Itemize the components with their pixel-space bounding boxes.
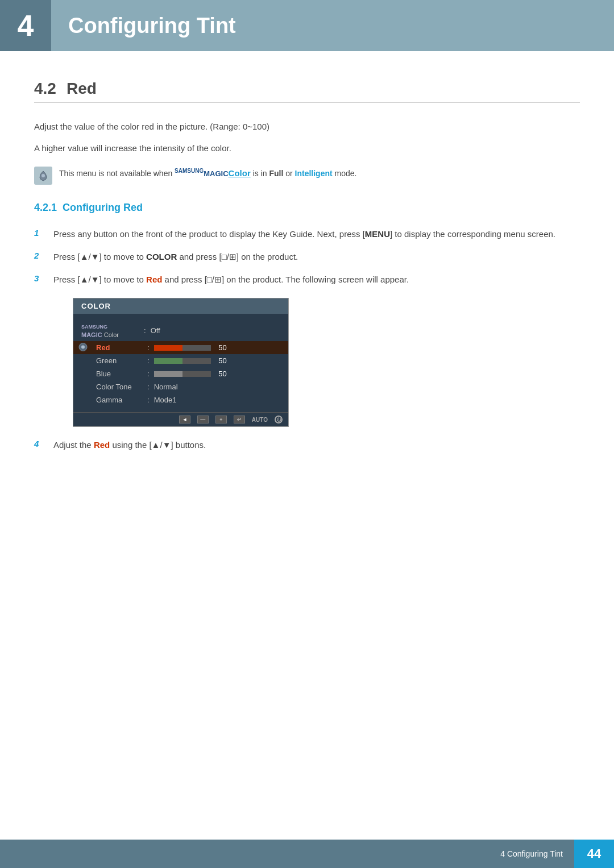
chapter-header: 4 Configuring Tint [0,0,614,51]
step-1-number: 1 [34,227,44,238]
step-1: 1 Press any button on the front of the p… [34,227,580,241]
menu-icon-left [78,342,88,354]
menu-row-colortone: Color Tone : Normal [73,380,288,393]
ctrl-minus-btn: — [197,416,209,423]
chapter-number: 4 [0,0,51,51]
step-3-text: Press [▲/▼] to move to Red and press [□/… [53,273,409,286]
menu-screenshot-item: COLOR SAMSUNG MAGIC Color : Off [53,298,580,427]
svg-point-4 [81,345,85,348]
step-4: 4 Adjust the Red using the [▲/▼] buttons… [34,438,580,452]
ctrl-left-btn: ◄ [179,416,190,423]
ctrl-auto-label: AUTO [252,417,268,423]
menu-title: COLOR [73,298,288,314]
step-3-number: 3 [34,273,44,283]
note-icon [34,167,52,185]
ctrl-power-btn: ⏻ [275,416,283,423]
menu-row-gamma: Gamma : Mode1 [73,393,288,406]
menu-screenshot: COLOR SAMSUNG MAGIC Color : Off [73,298,289,427]
chapter-title: Configuring Tint [68,14,236,38]
menu-row-red: Red : 50 [73,341,288,354]
svg-point-2 [42,174,45,177]
menu-row-green: Green : 50 [73,354,288,367]
note-box: This menu is not available when SAMSUNGM… [34,167,580,185]
step-1-text: Press any button on the front of the pro… [53,227,555,241]
step-4-number: 4 [34,438,44,448]
section-name: Red [67,80,97,98]
section-header: 4.2 Red [34,80,580,103]
step-2-number: 2 [34,250,44,260]
section-desc2: A higher value will increase the intensi… [34,142,580,155]
subsection-title: 4.2.1 Configuring Red [34,202,580,214]
note-text: This menu is not available when SAMSUNGM… [59,167,357,180]
section-desc1: Adjust the value of the color red in the… [34,120,580,134]
section-number: 4.2 [34,80,56,98]
main-content: 4.2 Red Adjust the value of the color re… [0,80,614,506]
step-2-text: Press [▲/▼] to move to COLOR and press [… [53,250,298,264]
step-3: 3 Press [▲/▼] to move to Red and press [… [34,273,580,286]
footer-page-number: 44 [574,840,614,868]
menu-row-magic-color: SAMSUNG MAGIC Color : Off [73,319,288,341]
chapter-title-box: Configuring Tint [51,0,614,51]
menu-body: SAMSUNG MAGIC Color : Off [73,314,288,412]
ctrl-plus-btn: + [215,416,227,423]
step-4-text: Adjust the Red using the [▲/▼] buttons. [53,438,206,452]
menu-row-blue: Blue : 50 [73,367,288,380]
footer-text: 4 Configuring Tint [500,849,574,858]
ctrl-enter-btn: ↵ [234,416,245,423]
menu-controls-bar: ◄ — + ↵ AUTO ⏻ [73,412,288,426]
step-2: 2 Press [▲/▼] to move to COLOR and press… [34,250,580,264]
steps-list: 1 Press any button on the front of the p… [34,227,580,452]
page-footer: 4 Configuring Tint 44 [0,840,614,868]
